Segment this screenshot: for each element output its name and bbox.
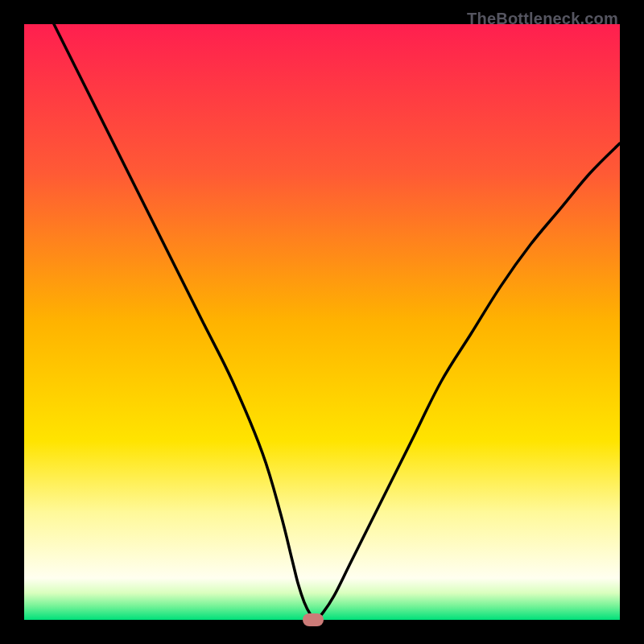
optimal-marker xyxy=(303,613,324,626)
chart-frame: TheBottleneck.com xyxy=(11,11,633,633)
plot-area xyxy=(24,24,620,620)
bottleneck-curve xyxy=(24,24,620,620)
watermark-text: TheBottleneck.com xyxy=(467,10,618,28)
